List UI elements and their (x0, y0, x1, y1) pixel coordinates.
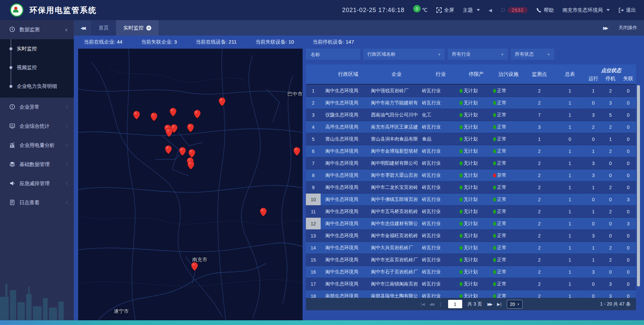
map-pin-15[interactable] (260, 208, 267, 217)
facility-status-text: 正常 (497, 184, 506, 191)
table-row-13[interactable]: 13阆中生态环境局阆中市金福旺页岩机砖砖瓦行业无计划正常21300 (306, 230, 636, 242)
cell-company: 阆中强锐页岩砖厂 (371, 88, 422, 94)
cell-index: 15 (306, 254, 321, 266)
col-header-halt: 停机 (602, 74, 619, 83)
status-dot-green (493, 282, 496, 286)
map-pin-4[interactable] (218, 97, 226, 107)
map-pin-7[interactable] (187, 123, 194, 133)
map-pin-16[interactable] (191, 262, 198, 271)
stat-0: 当前在线企业:44 (84, 39, 122, 45)
table-row-17[interactable]: 17阆中生态环境局阆中市江南镇阆南页岩砖瓦行业无计划正常21030 (306, 278, 636, 290)
clock-icon (9, 26, 15, 33)
fullscreen-button[interactable]: 全屏 (436, 7, 454, 13)
cell-total-count: 1 (555, 149, 585, 154)
sidebar-item-3[interactable]: 企业用电量分析〈 (0, 136, 74, 155)
status-filter-select[interactable]: 所有状态∨ (511, 49, 554, 60)
region-filter-select[interactable]: 行政区域名称∨ (363, 49, 445, 60)
page-size-select[interactable]: 20∨ (507, 300, 523, 309)
sidebar-item-2[interactable]: 企业综合统计〈 (0, 117, 74, 136)
sidebar-item-1[interactable]: 企业异常〈 (0, 98, 74, 117)
table-row-1[interactable]: 1阆中生态环境局阆中强锐页岩砖厂砖瓦行业无计划正常21120 (306, 85, 636, 97)
cell-stop-status: 无计划 (460, 184, 493, 191)
sidebar-subitem-0-0[interactable]: 实时监控 (0, 39, 74, 58)
table-row-4[interactable]: 4高坪生态环境局南充市高坪区王家店建砖瓦行业无计划正常31220 (306, 121, 636, 133)
stats-bar: 当前在线企业:44当前失联企业:3当前在线设备:211当前失联设备:10当前停机… (74, 36, 644, 49)
table-row-2[interactable]: 2阆中生态环境局阆中市南方节能建材有砖瓦行业无计划正常21030 (306, 97, 636, 109)
map-pin-9[interactable] (165, 145, 172, 155)
table-row-9[interactable]: 9阆中生态环境局阆中市二龙长宝页岩砖砖瓦行业无计划正常21120 (306, 181, 636, 194)
facility-status-text: 正常 (497, 100, 506, 106)
table-row-15[interactable]: 15阆中生态环境局阆中市光富页岩机砖厂砖瓦行业无计划正常21120 (306, 254, 636, 266)
last-page-button[interactable]: ▶❘ (497, 302, 501, 307)
cell-facility-status: 正常 (493, 160, 524, 166)
chevron-down-icon (606, 9, 610, 11)
table-row-8[interactable]: 8阆中生态环境局阆中市枣碧大梁山页岩砖瓦行业无计划异常21300 (306, 169, 636, 181)
map-pin-3[interactable] (194, 110, 201, 119)
logout-button[interactable]: 退出 (619, 7, 636, 13)
cell-run-count: 0 (585, 221, 602, 226)
first-page-button[interactable]: ❘◀ (419, 302, 424, 307)
sidebar-item-label: 日志查看 (19, 200, 40, 206)
org-dropdown[interactable]: 南充市生态环境局 (562, 7, 610, 13)
table-row-10[interactable]: 10阆中生态环境局阆中千佛镇五郎垭页岩砖瓦行业无计划正常21003 (306, 194, 636, 206)
col-header-total: 总表 (555, 64, 585, 84)
page-number-input[interactable] (448, 300, 462, 308)
close-icon[interactable]: ✕ (146, 25, 151, 31)
temperature-badge: 0 (413, 5, 421, 12)
map-pin-0[interactable] (133, 111, 140, 120)
alert-counter[interactable]: 2632 (501, 7, 528, 13)
table-row-11[interactable]: 11阆中生态环境局阆中市五马桥页岩机砖砖瓦行业无计划正常21120 (306, 206, 636, 218)
tabs-scroll-left-button[interactable]: ◀◀ (74, 20, 91, 36)
next-page-button[interactable]: ▶▶ (487, 302, 491, 307)
map-pin-1[interactable] (150, 112, 158, 122)
map-pin-2[interactable] (169, 108, 177, 117)
table-scrollbar-thumb[interactable] (637, 85, 640, 286)
cell-company: 阆中明阳建材有限公司 (371, 160, 422, 166)
sidebar-item-5[interactable]: 应急减排管理〈 (0, 174, 74, 193)
cell-facility-status: 正常 (493, 100, 524, 106)
table-row-12[interactable]: 12阆中生态环境局阆中市忠信建材有限公砖瓦行业无计划正常21003 (306, 218, 636, 230)
map-pin-10[interactable] (179, 147, 186, 156)
table-row-7[interactable]: 7阆中生态环境局阆中明阳建材有限公司砖瓦行业无计划正常21300 (306, 157, 636, 169)
tab-0[interactable]: 首页 (91, 20, 116, 36)
map-panel[interactable]: 巴中市南充市遂宁市 ◀ (78, 49, 303, 320)
map-pin-14[interactable] (293, 147, 301, 156)
tab-1[interactable]: 实时监控✕ (116, 20, 159, 36)
map-city-label-1: 南充市 (192, 257, 207, 263)
sidebar-item-6[interactable]: 日志查看〈 (0, 193, 74, 212)
name-filter-field[interactable] (306, 49, 360, 60)
map-pin-13[interactable] (187, 161, 195, 170)
sidebar-subitem-0-1[interactable]: 视频监控 (0, 58, 74, 77)
alert-count-badge: 2632 (508, 7, 528, 13)
table-row-14[interactable]: 14阆中生态环境局阆中大兴页岩机砖厂砖瓦行业无计划正常21120 (306, 242, 636, 254)
cell-company: 阆中市二龙长宝页岩砖 (371, 184, 422, 191)
help-button[interactable]: 帮助 (536, 7, 554, 13)
map-pin-8[interactable] (165, 128, 173, 138)
table-row-5[interactable]: 5营山生态环境局营山县润丰肉食品有限食品无计划正常10010 (306, 133, 636, 145)
cell-industry: 砖瓦行业 (422, 269, 460, 275)
status-dot-green (493, 210, 496, 214)
cell-lost-count: 0 (619, 100, 636, 106)
cell-facility-status: 正常 (493, 221, 524, 227)
map-pin-11[interactable] (188, 149, 196, 158)
mute-button[interactable]: ◀ (489, 8, 492, 13)
chevron-left-icon: 〈 (64, 123, 68, 129)
cell-company: 阆中市金福旺页岩机砖 (371, 233, 422, 239)
sidebar-item-4[interactable]: 基础数据管理〈 (0, 155, 74, 174)
sidebar-item-0[interactable]: 数据监测∨ (0, 20, 74, 39)
table-row-6[interactable]: 6阆中生态环境局阆中市金博瑞新型墙材砖瓦行业无计划正常21120 (306, 145, 636, 157)
sidebar-subitem-0-2[interactable]: 企业电力负荷明细 (0, 77, 74, 96)
theme-dropdown[interactable]: 主题 (463, 7, 480, 13)
industry-filter-select[interactable]: 所有行业∨ (448, 49, 508, 60)
name-filter-input[interactable] (310, 51, 356, 57)
tabs-scroll-right-button[interactable]: ▶▶ (603, 25, 607, 31)
close-operations-button[interactable]: 关闭操作 (619, 25, 637, 31)
table-row-16[interactable]: 16阆中生态环境局阆中市石子页岩机砖厂砖瓦行业无计划正常21300 (306, 266, 636, 278)
col-header-industry: 行业 (422, 64, 460, 84)
status-dot-green (493, 137, 496, 141)
cell-facility-status: 正常 (493, 209, 524, 215)
cell-region: 阆中生态环境局 (321, 221, 371, 227)
table-row-3[interactable]: 3仪陇生态环境局西南油气田分公司川中化工无计划正常71350 (306, 109, 636, 121)
prev-page-button[interactable]: ◀◀ (429, 302, 433, 307)
cell-facility-status: 正常 (493, 269, 524, 275)
